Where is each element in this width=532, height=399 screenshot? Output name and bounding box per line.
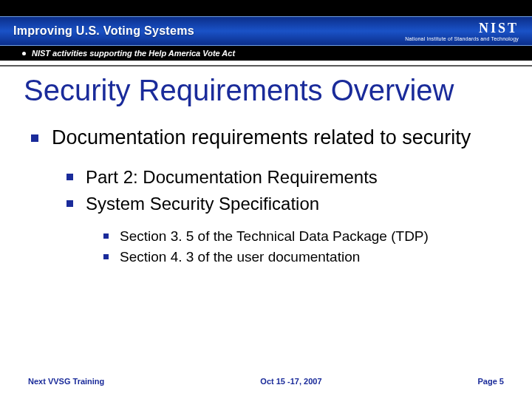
list-item: Documentation requirements related to se… [52, 126, 508, 267]
header-subbar: NIST activities supporting the Help Amer… [0, 46, 532, 61]
bullet-text: System Security Specification [86, 194, 319, 214]
list-item: Section 4. 3 of the user documentation [120, 248, 508, 267]
bullet-text: Section 4. 3 of the user documentation [120, 249, 360, 265]
slide-title: Security Requirements Overview [24, 74, 508, 106]
bullet-text: Section 3. 5 of the Technical Data Packa… [120, 228, 429, 244]
list-item: Part 2: Documentation Requirements [86, 166, 508, 189]
nist-logo-block: NIST National Institute of Standards and… [405, 21, 519, 41]
bullet-dot-icon [22, 52, 26, 55]
list-item: System Security Specification Section 3.… [86, 192, 508, 267]
bullet-list-lvl3: Section 3. 5 of the Technical Data Packa… [86, 227, 508, 267]
footer-center: Oct 15 -17, 2007 [260, 377, 321, 386]
bullet-list-lvl1: Documentation requirements related to se… [24, 126, 508, 267]
bullet-text: Documentation requirements related to se… [52, 126, 471, 149]
footer-left: Next VVSG Training [28, 377, 104, 386]
content-area: Security Requirements Overview Documenta… [0, 74, 532, 281]
header-divider [0, 61, 532, 66]
list-item: Section 3. 5 of the Technical Data Packa… [120, 227, 508, 247]
footer-right: Page 5 [478, 377, 504, 386]
slide-header: Improving U.S. Voting Systems NIST Natio… [0, 0, 532, 66]
header-banner: Improving U.S. Voting Systems NIST Natio… [0, 16, 532, 46]
slide: Improving U.S. Voting Systems NIST Natio… [0, 0, 532, 399]
header-top-bar [0, 0, 532, 16]
header-main-title: Improving U.S. Voting Systems [13, 24, 194, 38]
header-subtitle: NIST activities supporting the Help Amer… [32, 49, 235, 58]
bullet-list-lvl2: Part 2: Documentation Requirements Syste… [52, 166, 508, 267]
nist-subtitle: National Institute of Standards and Tech… [405, 36, 519, 41]
bullet-text: Part 2: Documentation Requirements [86, 167, 378, 187]
nist-logo-text: NIST [405, 21, 519, 35]
slide-footer: Next VVSG Training Oct 15 -17, 2007 Page… [0, 377, 532, 386]
